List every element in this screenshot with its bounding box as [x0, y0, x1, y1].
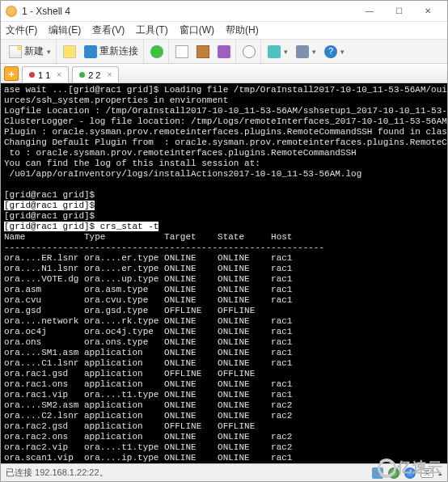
titlebar[interactable]: 1 - Xshell 4 — ☐ ✕ [1, 1, 447, 22]
copy-icon [175, 45, 188, 58]
toolbar: 新建 ▾ 重新连接 ▾ ▾ ?▾ [1, 40, 447, 64]
window-buttons: — ☐ ✕ [355, 2, 442, 20]
window-title: 1 - Xshell 4 [22, 6, 355, 17]
new-tab-button[interactable]: + [4, 66, 19, 81]
search-button[interactable] [239, 44, 259, 60]
close-button[interactable]: ✕ [413, 2, 442, 20]
new-file-icon [9, 45, 22, 58]
app-window: 1 - Xshell 4 — ☐ ✕ 文件(F) 编辑(E) 查看(V) 工具(… [0, 0, 448, 482]
status-conn: 已连接 192.168.1.22:22。 [6, 467, 108, 479]
status-dot-icon [29, 72, 35, 78]
script-button[interactable]: ▾ [293, 44, 319, 60]
tool-icon [218, 45, 230, 58]
search-icon [243, 45, 256, 58]
palette-icon [268, 45, 281, 58]
minimize-button[interactable]: — [355, 2, 384, 20]
menu-tools[interactable]: 工具(T) [136, 23, 167, 37]
maximize-button[interactable]: ☐ [384, 2, 413, 20]
tab-1[interactable]: 1 1 × [22, 66, 69, 82]
folder-icon [63, 45, 76, 58]
paste-icon [197, 45, 209, 58]
close-tab-icon[interactable]: × [107, 70, 112, 79]
paste-button[interactable] [193, 44, 213, 60]
menu-window[interactable]: 窗口(W) [180, 23, 214, 37]
tab-2[interactable]: 2 2 × [72, 66, 119, 82]
new-label: 新建 [24, 44, 44, 58]
globe-icon[interactable] [388, 467, 399, 479]
menubar: 文件(F) 编辑(E) 查看(V) 工具(T) 窗口(W) 帮助(H) [1, 22, 447, 40]
status-icon[interactable] [372, 467, 383, 479]
copy-button[interactable] [172, 44, 192, 60]
tab-2-label: 2 2 [88, 70, 100, 80]
terminal[interactable]: ase wait ...[grid@rac1 grid]$ Loading fi… [1, 83, 447, 463]
connect-button[interactable] [147, 44, 167, 60]
status-bar: 已连接 192.168.1.22:22。 英 ▴ [1, 463, 447, 481]
app-icon [6, 6, 17, 17]
menu-view[interactable]: 查看(V) [92, 23, 125, 37]
network-icon[interactable] [404, 467, 416, 479]
menu-edit[interactable]: 编辑(E) [49, 23, 81, 37]
menu-help[interactable]: 帮助(H) [226, 23, 259, 37]
chevron-down-icon: ▾ [47, 48, 51, 56]
help-button[interactable]: ?▾ [321, 44, 348, 60]
reconnect-label: 重新连接 [99, 44, 138, 58]
tab-bar: + 1 1 × 2 2 × [1, 64, 447, 83]
reconnect-button[interactable]: 重新连接 [81, 43, 142, 60]
chevron-icon[interactable]: ▴ [438, 469, 442, 477]
help-icon: ? [324, 45, 337, 58]
close-tab-icon[interactable]: × [57, 70, 61, 79]
new-button[interactable]: 新建 ▾ [6, 43, 54, 60]
status-dot-icon [79, 72, 85, 78]
reconnect-icon [84, 45, 97, 58]
tab-1-label: 1 1 [38, 70, 50, 80]
misc-button[interactable] [214, 44, 234, 60]
menu-file[interactable]: 文件(F) [6, 23, 37, 37]
script-icon [296, 45, 309, 58]
connect-icon [150, 45, 163, 58]
terminal-output[interactable]: ase wait ...[grid@rac1 grid]$ Loading fi… [4, 85, 444, 463]
ime-indicator[interactable]: 英 [421, 468, 433, 478]
color-button[interactable]: ▾ [264, 44, 291, 60]
open-button[interactable] [60, 44, 79, 60]
